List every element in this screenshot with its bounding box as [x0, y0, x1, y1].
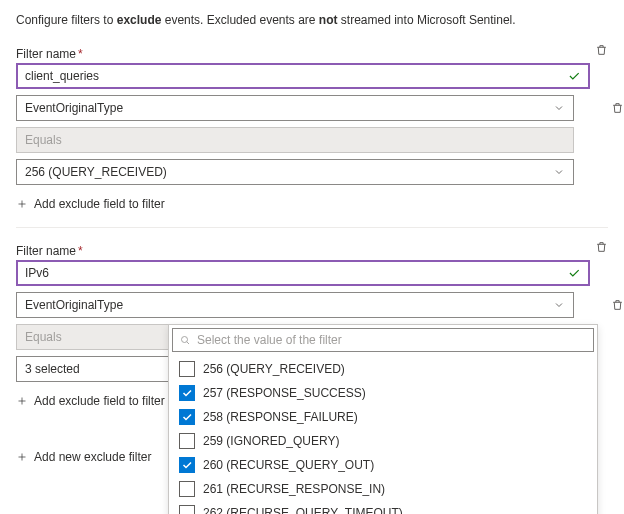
- chevron-down-icon: [553, 299, 565, 311]
- plus-icon: [16, 395, 28, 407]
- dropdown-option-label: 259 (IGNORED_QUERY): [203, 434, 339, 448]
- checkbox[interactable]: [179, 361, 195, 377]
- add-field-label: Add exclude field to filter: [34, 394, 165, 408]
- description-text: Configure filters to exclude events. Exc…: [16, 12, 608, 29]
- checkbox[interactable]: [179, 385, 195, 401]
- plus-icon: [16, 451, 28, 463]
- checkbox[interactable]: [179, 481, 195, 482]
- field-select[interactable]: EventOriginalType: [16, 95, 574, 121]
- dropdown-option[interactable]: 259 (IGNORED_QUERY): [169, 429, 597, 453]
- delete-filter-button[interactable]: [595, 43, 608, 60]
- dropdown-option-label: 260 (RECURSE_QUERY_OUT): [203, 458, 374, 472]
- checkbox[interactable]: [179, 457, 195, 473]
- check-icon: [567, 69, 581, 83]
- field-value: EventOriginalType: [25, 298, 123, 312]
- checkmark-icon: [181, 387, 193, 399]
- dropdown-option-list: 256 (QUERY_RECEIVED)257 (RESPONSE_SUCCES…: [169, 355, 597, 482]
- value-value: 3 selected: [25, 362, 80, 376]
- chevron-down-icon: [553, 102, 565, 114]
- desc-pre: Configure filters to: [16, 13, 117, 27]
- required-asterisk: *: [78, 47, 83, 61]
- add-field-button[interactable]: Add exclude field to filter: [16, 191, 608, 217]
- add-field-label: Add exclude field to filter: [34, 197, 165, 211]
- dropdown-option[interactable]: 261 (RECURSE_RESPONSE_IN): [169, 477, 597, 482]
- desc-mid: events. Excluded events are: [161, 13, 318, 27]
- desc-bold1: exclude: [117, 13, 162, 27]
- dropdown-option-label: 257 (RESPONSE_SUCCESS): [203, 386, 366, 400]
- trash-icon: [595, 43, 608, 57]
- filter-name-input[interactable]: client_queries: [16, 63, 590, 89]
- svg-point-0: [182, 337, 188, 343]
- filter-name-value: client_queries: [25, 69, 99, 83]
- field-select[interactable]: EventOriginalType: [16, 292, 574, 318]
- dropdown-option[interactable]: 257 (RESPONSE_SUCCESS): [169, 381, 597, 405]
- trash-icon: [595, 240, 608, 254]
- value-value: 256 (QUERY_RECEIVED): [25, 165, 167, 179]
- dropdown-option[interactable]: 258 (RESPONSE_FAILURE): [169, 405, 597, 429]
- chevron-down-icon: [553, 166, 565, 178]
- dropdown-search-placeholder: Select the value of the filter: [197, 333, 342, 347]
- delete-filter-button[interactable]: [595, 240, 608, 257]
- checkmark-icon: [181, 459, 193, 471]
- operator-placeholder: Equals: [25, 330, 62, 344]
- desc-bold2: not: [319, 13, 338, 27]
- search-icon: [179, 334, 191, 346]
- operator-select[interactable]: Equals: [16, 127, 574, 153]
- divider: [16, 227, 608, 228]
- trash-icon: [611, 298, 624, 312]
- trash-icon: [611, 101, 624, 115]
- filter-name-label-row: Filter name *: [16, 244, 608, 258]
- check-icon: [567, 266, 581, 280]
- required-asterisk: *: [78, 244, 83, 258]
- filter-name-value: IPv6: [25, 266, 49, 280]
- delete-field-button[interactable]: [611, 298, 624, 315]
- dropdown-option-label: 256 (QUERY_RECEIVED): [203, 362, 345, 376]
- filter-block-1: Filter name * client_queries EventOrigin…: [16, 47, 608, 217]
- checkbox[interactable]: [179, 433, 195, 449]
- dropdown-option[interactable]: 260 (RECURSE_QUERY_OUT): [169, 453, 597, 477]
- filter-name-input[interactable]: IPv6: [16, 260, 590, 286]
- operator-placeholder: Equals: [25, 133, 62, 147]
- field-value: EventOriginalType: [25, 101, 123, 115]
- checkmark-icon: [181, 411, 193, 423]
- plus-icon: [16, 198, 28, 210]
- dropdown-search-input[interactable]: Select the value of the filter: [172, 328, 594, 352]
- dropdown-option[interactable]: 256 (QUERY_RECEIVED): [169, 357, 597, 381]
- value-select[interactable]: 256 (QUERY_RECEIVED): [16, 159, 574, 185]
- filter-name-label: Filter name: [16, 47, 76, 61]
- filter-name-label: Filter name: [16, 244, 76, 258]
- add-new-filter-label: Add new exclude filter: [34, 450, 151, 464]
- value-dropdown-panel: Select the value of the filter 256 (QUER…: [168, 324, 598, 482]
- dropdown-option-label: 258 (RESPONSE_FAILURE): [203, 410, 358, 424]
- desc-post: streamed into Microsoft Sentinel.: [338, 13, 516, 27]
- delete-field-button[interactable]: [611, 101, 624, 118]
- checkbox[interactable]: [179, 409, 195, 425]
- filter-name-label-row: Filter name *: [16, 47, 608, 61]
